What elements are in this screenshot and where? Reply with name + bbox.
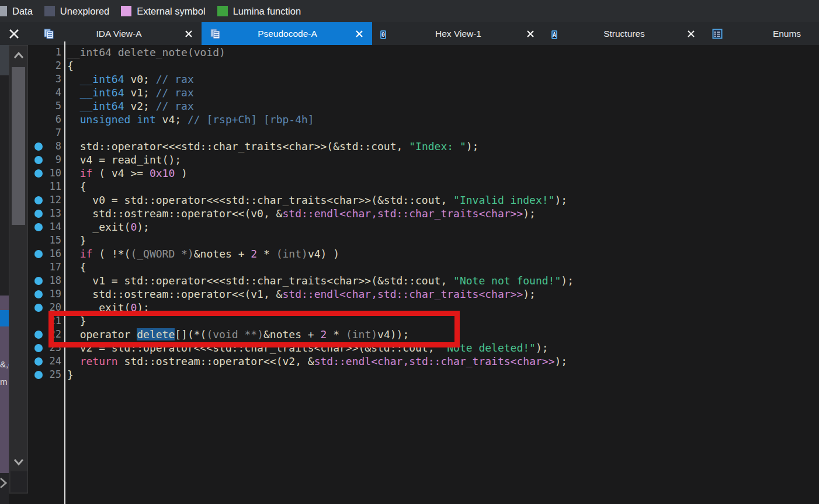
tabs: IDA View-A Pseudocode-A 0 Hex Vie (35, 22, 819, 45)
code-text: v2 = std::operator<<<std::char_traits<ch… (67, 341, 549, 354)
code-text: if ( v4 >= 0x10 ) (67, 166, 188, 180)
panel-close-icon[interactable] (8, 27, 20, 40)
line-number: 18 (28, 274, 61, 287)
hex-view-icon: 0 (380, 29, 391, 39)
code-line-6[interactable]: 6 unsigned int v4; // [rsp+Ch] [rbp-4h] (28, 113, 819, 126)
code-line-3[interactable]: 3 __int64 v0; // rax (28, 72, 819, 86)
line-number: 3 (28, 72, 61, 86)
code-text: v4 = read_int(); (67, 153, 181, 166)
code-text: return std::ostream::operator<<(v2, &std… (67, 354, 567, 368)
line-number: 4 (28, 86, 61, 99)
tab-structures[interactable]: A Structures (543, 22, 704, 45)
line-number: 10 (28, 166, 61, 180)
code-line-20[interactable]: 20 exit(0); (28, 301, 819, 314)
code-line-1[interactable]: 1__int64 delete_note(void) (28, 46, 819, 59)
legend-bar: Data Unexplored External symbol Lumina f… (0, 0, 819, 23)
legend-label: Data (12, 6, 33, 17)
code-lines: 1__int64 delete_note(void)2{3 __int64 v0… (28, 46, 819, 381)
line-number: 21 (28, 314, 61, 328)
vertical-scrollbar[interactable] (9, 45, 28, 493)
line-number: 23 (28, 341, 61, 354)
code-text: } (67, 368, 74, 381)
tab-label: Hex View-1 (394, 29, 522, 39)
legend-item-lumina-function: Lumina function (217, 6, 306, 17)
clipped-text-fragment: &,c (0, 359, 9, 369)
code-line-16[interactable]: 16 if ( !*((_QWORD *)&notes + 2 * (int)v… (28, 247, 819, 260)
code-line-17[interactable]: 17 { (28, 260, 819, 274)
code-line-13[interactable]: 13 std::ostream::operator<<(v0, &std::en… (28, 207, 819, 220)
left-panel-strip-top (0, 45, 9, 75)
tab-label: IDA View-A (57, 29, 181, 39)
legend-item-external-symbol: External symbol (121, 6, 210, 17)
clipped-text-fragment: m (0, 377, 9, 387)
code-line-21[interactable]: 21 } (28, 314, 819, 328)
left-panel-strip-dark (0, 75, 9, 296)
tab-label: Enums (726, 29, 819, 39)
code-text: std::ostream::operator<<(v1, &std::endl<… (67, 287, 536, 301)
code-text: } (67, 314, 86, 328)
tab-label: Pseudocode-A (224, 29, 351, 39)
line-number: 12 (28, 193, 61, 207)
line-number: 15 (28, 234, 61, 247)
code-text: _exit(0); (67, 220, 150, 234)
line-number: 2 (28, 59, 61, 72)
line-number: 14 (28, 220, 61, 234)
line-number: 7 (28, 126, 61, 140)
scroll-up-icon[interactable] (13, 51, 25, 60)
close-icon[interactable] (184, 29, 193, 39)
line-number: 11 (28, 180, 61, 193)
code-line-12[interactable]: 12 v0 = std::operator<<<std::char_traits… (28, 193, 819, 207)
selected-token: delete (137, 328, 175, 340)
scrollbar-bottom-block (11, 471, 27, 492)
legend-item-unexplored: Unexplored (44, 6, 114, 17)
documents-icon (43, 29, 54, 39)
line-number: 20 (28, 301, 61, 314)
tab-enums[interactable]: Enums (704, 22, 819, 45)
code-line-4[interactable]: 4 __int64 v1; // rax (28, 86, 819, 99)
close-icon[interactable] (526, 29, 535, 39)
close-icon[interactable] (686, 29, 696, 39)
code-line-5[interactable]: 5 __int64 v2; // rax (28, 99, 819, 113)
code-line-25[interactable]: 25} (28, 368, 819, 381)
code-line-22[interactable]: 22 operator delete[](*((void **)&notes +… (28, 328, 819, 341)
code-text: { (67, 260, 86, 274)
legend-label: Lumina function (233, 6, 301, 17)
line-number: 9 (28, 153, 61, 166)
chevron-right-icon[interactable] (0, 477, 8, 489)
code-text: __int64 v0; // rax (67, 72, 194, 86)
code-line-19[interactable]: 19 std::ostream::operator<<(v1, &std::en… (28, 287, 819, 301)
code-line-15[interactable]: 15 } (28, 234, 819, 247)
left-panel-strip-blue (0, 310, 9, 326)
line-number: 22 (28, 328, 61, 341)
code-line-23[interactable]: 23 v2 = std::operator<<<std::char_traits… (28, 341, 819, 354)
code-text: exit(0); (67, 301, 150, 314)
code-line-14[interactable]: 14 _exit(0); (28, 220, 819, 234)
tab-hex-view-1[interactable]: 0 Hex View-1 (372, 22, 543, 45)
legend-label: External symbol (137, 6, 205, 17)
hex-view-glyph: 0 (380, 30, 386, 39)
tab-ida-view-a[interactable]: IDA View-A (35, 22, 202, 45)
line-number: 6 (28, 113, 61, 126)
scroll-down-icon[interactable] (13, 457, 25, 467)
close-icon[interactable] (355, 29, 364, 39)
code-line-11[interactable]: 11 { (28, 180, 819, 193)
line-number: 1 (28, 46, 61, 59)
code-text: unsigned int v4; // [rsp+Ch] [rbp-4h] (67, 113, 314, 126)
scrollbar-thumb[interactable] (12, 67, 25, 225)
code-line-2[interactable]: 2{ (28, 59, 819, 72)
structures-icon: A (551, 29, 562, 39)
code-line-8[interactable]: 8 std::operator<<<std::char_traits<char>… (28, 140, 819, 153)
line-number: 25 (28, 368, 61, 381)
tab-pseudocode-a[interactable]: Pseudocode-A (202, 22, 372, 45)
lumina-function-color-swatch (217, 6, 228, 16)
code-line-10[interactable]: 10 if ( v4 >= 0x10 ) (28, 166, 819, 180)
gutter-separator (64, 41, 65, 504)
line-number: 5 (28, 99, 61, 113)
code-line-18[interactable]: 18 v1 = std::operator<<<std::char_traits… (28, 274, 819, 287)
code-text: { (67, 180, 86, 193)
line-number: 24 (28, 354, 61, 368)
code-line-9[interactable]: 9 v4 = read_int(); (28, 153, 819, 166)
code-line-7[interactable]: 7 (28, 126, 819, 140)
code-line-24[interactable]: 24 return std::ostream::operator<<(v2, &… (28, 354, 819, 368)
code-text: std::ostream::operator<<(v0, &std::endl<… (67, 207, 536, 220)
